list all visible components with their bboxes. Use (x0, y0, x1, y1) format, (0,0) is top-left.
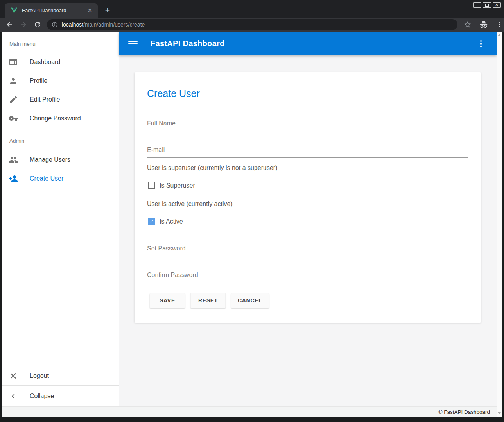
key-icon (9, 114, 18, 123)
person-icon (9, 76, 18, 86)
superuser-note: User is superuser (currently is not a su… (147, 165, 277, 172)
pencil-icon (9, 95, 18, 104)
create-user-card: Create User User is superuser (currently… (135, 72, 481, 323)
sidebar-item-label: Collapse (30, 393, 54, 400)
page-info-icon[interactable] (52, 21, 58, 28)
app-bar: FastAPI Dashboard (119, 32, 497, 55)
set-password-input[interactable] (147, 245, 468, 256)
footer: © FastAPI Dashboard (2, 406, 502, 417)
cancel-button[interactable]: CANCEL (231, 293, 269, 308)
reload-button[interactable] (33, 20, 42, 29)
sidebar-section-admin: Admin (2, 131, 119, 150)
url-bar[interactable]: localhost/main/admin/users/create (47, 19, 457, 30)
sidebar-item-label: Dashboard (30, 59, 60, 66)
chevron-left-icon (9, 392, 18, 401)
confirm-password-input[interactable] (147, 272, 468, 283)
checkbox-box[interactable] (148, 182, 155, 189)
sidebar-item-manage-users[interactable]: Manage Users (2, 150, 119, 169)
dashboard-icon (9, 57, 18, 67)
email-input[interactable] (147, 147, 468, 158)
tab-close-icon[interactable]: ✕ (86, 7, 94, 14)
sidebar-item-label: Profile (30, 77, 47, 84)
sidebar-item-label: Change Password (30, 115, 81, 122)
browser-tabstrip: FastAPI Dashboard ✕ + — ✕ (0, 0, 504, 18)
url-text: localhost/main/admin/users/create (62, 21, 145, 28)
tab-title: FastAPI Dashboard (22, 7, 86, 13)
main-content-area: Create User User is superuser (currently… (119, 32, 497, 406)
hamburger-menu-icon[interactable] (128, 39, 138, 48)
browser-toolbar: localhost/main/admin/users/create (0, 18, 504, 32)
window-close-button[interactable]: ✕ (493, 2, 501, 8)
sidebar-item-label: Edit Profile (30, 96, 60, 103)
sidebar-item-change-password[interactable]: Change Password (2, 109, 119, 128)
is-active-checkbox[interactable]: Is Active (148, 218, 183, 225)
browser-tab[interactable]: FastAPI Dashboard ✕ (5, 3, 98, 18)
full-name-input[interactable] (147, 120, 468, 131)
bookmark-star-icon[interactable] (463, 20, 472, 29)
checkbox-label: Is Active (160, 218, 183, 225)
sidebar-item-label: Create User (30, 175, 63, 182)
sidebar: Main menu Dashboard Profile Edit Profile… (2, 32, 119, 406)
sidebar-item-logout[interactable]: Logout (2, 366, 119, 385)
person-add-icon (9, 174, 18, 183)
back-button[interactable] (5, 20, 14, 29)
active-note: User is active (currently active) (147, 200, 233, 207)
window-minimize-button[interactable]: — (473, 2, 481, 8)
scroll-up-arrow-icon[interactable] (498, 34, 501, 36)
sidebar-section-main-menu: Main menu (2, 35, 119, 53)
sidebar-item-create-user[interactable]: Create User (2, 169, 119, 188)
reset-button[interactable]: RESET (190, 293, 226, 308)
vue-favicon-icon (11, 7, 17, 13)
group-icon (9, 155, 18, 165)
page-scrollbar[interactable] (497, 32, 502, 417)
window-maximize-button[interactable] (483, 2, 491, 8)
browser-menu-kebab-icon[interactable] (495, 20, 504, 29)
footer-copyright: © FastAPI Dashboard (438, 409, 490, 415)
sidebar-item-dashboard[interactable]: Dashboard (2, 53, 119, 72)
page-title: Create User (147, 88, 200, 99)
scroll-down-arrow-icon[interactable] (498, 412, 501, 414)
sidebar-item-label: Logout (30, 372, 49, 379)
sidebar-item-collapse[interactable]: Collapse (2, 386, 119, 406)
close-x-icon (9, 371, 18, 381)
save-button[interactable]: SAVE (150, 293, 185, 308)
checkbox-box[interactable] (148, 218, 155, 225)
app-title: FastAPI Dashboard (151, 39, 225, 48)
sidebar-item-profile[interactable]: Profile (2, 72, 119, 90)
new-tab-button[interactable]: + (102, 5, 113, 16)
sidebar-item-label: Manage Users (30, 156, 70, 163)
appbar-kebab-icon[interactable] (476, 39, 486, 48)
incognito-icon (479, 20, 488, 29)
checkbox-label: Is Superuser (160, 182, 195, 189)
sidebar-item-edit-profile[interactable]: Edit Profile (2, 90, 119, 109)
is-superuser-checkbox[interactable]: Is Superuser (148, 182, 195, 189)
forward-button[interactable] (19, 20, 28, 29)
